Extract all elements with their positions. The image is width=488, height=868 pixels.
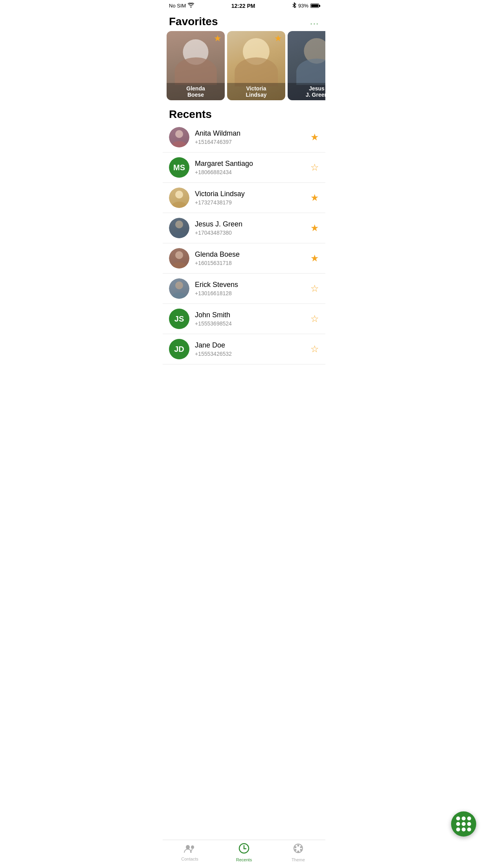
recent-item-john-smith[interactable]: JS John Smith +15553698524 ☆ (163, 304, 325, 334)
bluetooth-icon (292, 2, 296, 9)
recents-title: Recents (169, 108, 212, 120)
fav-star-victoria[interactable]: ★ (274, 33, 282, 44)
recent-star-jesus[interactable]: ★ (310, 223, 319, 234)
carrier-label: No SIM (169, 3, 186, 9)
recent-star-glenda[interactable]: ★ (310, 253, 319, 264)
battery-icon (310, 4, 319, 8)
recent-info-erick: Erick Stevens +13016618128 (195, 281, 310, 296)
recent-star-jane-doe[interactable]: ☆ (310, 344, 319, 355)
fav-card-victoria-lindsay[interactable]: ★ VictoriaLindsay (227, 31, 285, 100)
status-right: 93% (292, 2, 319, 9)
recent-info-anita: Anita Wildman +15164746397 (195, 129, 310, 145)
recent-list: Anita Wildman +15164746397 ★ MS Margaret… (163, 122, 325, 364)
favorites-header: Favorites ... (163, 11, 325, 31)
recent-item-jane-doe[interactable]: JD Jane Doe +15553426532 ☆ (163, 334, 325, 364)
recent-star-erick[interactable]: ☆ (310, 283, 319, 294)
recent-item-erick-stevens[interactable]: Erick Stevens +13016618128 ☆ (163, 274, 325, 304)
wifi-icon (188, 3, 194, 9)
recent-star-anita[interactable]: ★ (310, 132, 319, 143)
recent-name-anita: Anita Wildman (195, 129, 310, 138)
recent-item-victoria-lindsay[interactable]: Victoria Lindsay +17327438179 ★ (163, 183, 325, 213)
avatar-erick (169, 278, 189, 299)
recent-phone-glenda: +16015631718 (195, 260, 310, 266)
fav-star-glenda[interactable]: ★ (214, 33, 222, 44)
fav-label-jesus: JesusJ. Green (288, 83, 325, 100)
avatar-anita (169, 127, 189, 147)
avatar-glenda (169, 248, 189, 268)
recent-name-john-smith: John Smith (195, 311, 310, 319)
recent-phone-anita: +15164746397 (195, 139, 310, 145)
avatar-jesus (169, 218, 189, 238)
recent-info-margaret: Margaret Santiago +18066882434 (195, 160, 310, 175)
recent-phone-john-smith: +15553698524 (195, 320, 310, 327)
recent-item-jesus-green[interactable]: Jesus J. Green +17043487380 ★ (163, 213, 325, 243)
recent-phone-victoria: +17327438179 (195, 199, 310, 206)
fav-label-glenda: GlendaBoese (167, 83, 225, 100)
favorites-row: ★ GlendaBoese ★ VictoriaLindsay ★ JesusJ… (163, 31, 325, 106)
fav-label-victoria: VictoriaLindsay (227, 83, 285, 100)
recent-info-jesus: Jesus J. Green +17043487380 (195, 220, 310, 236)
avatar-victoria (169, 188, 189, 208)
recent-item-anita-wildman[interactable]: Anita Wildman +15164746397 ★ (163, 122, 325, 153)
recent-star-john-smith[interactable]: ☆ (310, 313, 319, 324)
avatar-margaret: MS (169, 157, 189, 178)
recent-name-jesus: Jesus J. Green (195, 220, 310, 228)
fav-card-jesus-green[interactable]: ★ JesusJ. Green (288, 31, 325, 100)
fav-card-glenda-boese[interactable]: ★ GlendaBoese (167, 31, 225, 100)
recent-name-jane-doe: Jane Doe (195, 341, 310, 349)
recent-info-jane-doe: Jane Doe +15553426532 (195, 341, 310, 357)
recents-header: Recents (163, 106, 325, 122)
recent-phone-jane-doe: +15553426532 (195, 351, 310, 357)
tab-bar: Contacts Recents Theme (163, 840, 325, 840)
main-content: Favorites ... ★ GlendaBoese ★ VictoriaLi… (163, 11, 325, 840)
recent-name-glenda: Glenda Boese (195, 250, 310, 259)
recent-item-margaret-santiago[interactable]: MS Margaret Santiago +18066882434 ☆ (163, 153, 325, 183)
recent-phone-erick: +13016618128 (195, 290, 310, 296)
recent-item-glenda-boese[interactable]: Glenda Boese +16015631718 ★ (163, 243, 325, 274)
favorites-more-button[interactable]: ... (310, 17, 319, 26)
recent-phone-margaret: +18066882434 (195, 169, 310, 175)
status-left: No SIM (169, 3, 194, 9)
recent-info-john-smith: John Smith +15553698524 (195, 311, 310, 327)
recent-info-glenda: Glenda Boese +16015631718 (195, 250, 310, 266)
recent-info-victoria: Victoria Lindsay +17327438179 (195, 190, 310, 206)
status-bar: No SIM 12:22 PM 93% (163, 0, 325, 11)
time-display: 12:22 PM (231, 3, 255, 9)
recent-name-erick: Erick Stevens (195, 281, 310, 289)
favorites-title: Favorites (169, 15, 218, 28)
recent-phone-jesus: +17043487380 (195, 230, 310, 236)
recent-name-victoria: Victoria Lindsay (195, 190, 310, 198)
avatar-jane-doe: JD (169, 339, 189, 359)
battery-percent: 93% (298, 3, 308, 9)
avatar-john-smith: JS (169, 309, 189, 329)
recent-star-margaret[interactable]: ☆ (310, 162, 319, 173)
recent-star-victoria[interactable]: ★ (310, 192, 319, 203)
recent-name-margaret: Margaret Santiago (195, 160, 310, 168)
